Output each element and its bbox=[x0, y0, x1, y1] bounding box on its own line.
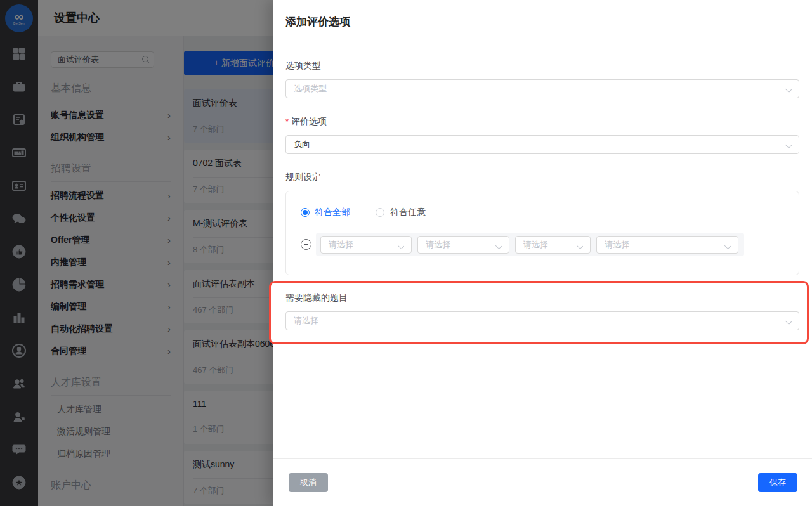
condition-select[interactable]: 请选择 bbox=[320, 236, 412, 254]
rules-box: 符合全部 符合任意 请选择请选择请选择请选择 bbox=[285, 191, 799, 275]
condition-select[interactable]: 请选择 bbox=[515, 236, 591, 254]
match-all-label[interactable]: 符合全部 bbox=[315, 207, 350, 218]
add-condition-icon[interactable] bbox=[301, 239, 311, 250]
eval-option-label: *评价选项 bbox=[285, 116, 799, 127]
option-type-label: 选项类型 bbox=[285, 60, 799, 72]
condition-group: 请选择请选择请选择请选择 bbox=[316, 233, 744, 256]
hidden-questions-label: 需要隐藏的题目 bbox=[285, 292, 807, 304]
required-asterisk: * bbox=[285, 117, 289, 126]
match-any-label[interactable]: 符合任意 bbox=[390, 207, 426, 218]
page: ∞ BeiSen 设置中心 基本信息账号信息设置›组织机构管理›招聘设置招聘流程… bbox=[0, 0, 812, 506]
drawer-header: 添加评价选项 bbox=[273, 0, 812, 41]
chevron-down-icon bbox=[786, 86, 791, 91]
match-all-radio[interactable] bbox=[301, 208, 310, 217]
chevron-down-icon bbox=[577, 243, 582, 248]
cancel-button[interactable]: 取消 bbox=[289, 473, 328, 492]
drawer-footer: 取消 保存 bbox=[273, 458, 812, 506]
chevron-down-icon bbox=[725, 243, 730, 248]
save-button[interactable]: 保存 bbox=[758, 473, 797, 492]
eval-option-value: 负向 bbox=[294, 139, 310, 150]
eval-option-select[interactable]: 负向 bbox=[285, 135, 799, 154]
hidden-questions-highlight: 需要隐藏的题目 请选择 bbox=[269, 281, 809, 344]
hidden-questions-select[interactable]: 请选择 bbox=[285, 311, 799, 330]
option-type-select[interactable]: 选项类型 bbox=[285, 79, 799, 98]
chevron-down-icon bbox=[786, 142, 791, 147]
add-option-drawer: 添加评价选项 选项类型 选项类型 *评价选项 负向 规则设定 bbox=[273, 0, 812, 506]
match-any-radio[interactable] bbox=[376, 208, 384, 217]
condition-select[interactable]: 请选择 bbox=[596, 236, 738, 254]
drawer-title: 添加评价选项 bbox=[285, 15, 799, 29]
chevron-down-icon bbox=[496, 243, 501, 248]
condition-select[interactable]: 请选择 bbox=[417, 236, 509, 254]
chevron-down-icon bbox=[786, 318, 791, 323]
rules-label: 规则设定 bbox=[285, 172, 799, 183]
chevron-down-icon bbox=[398, 243, 403, 248]
